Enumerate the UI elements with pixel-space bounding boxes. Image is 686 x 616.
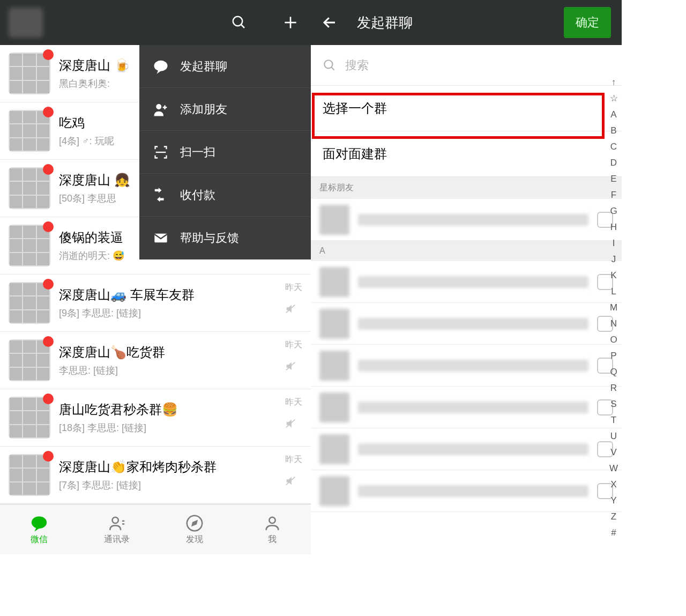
tab-compass[interactable]: 发现	[155, 504, 233, 554]
chat-timestamp: 昨天	[285, 339, 302, 351]
confirm-button[interactable]: 确定	[564, 7, 611, 38]
contact-row[interactable]	[311, 199, 622, 241]
face-to-face-group[interactable]: 面对面建群	[311, 131, 622, 177]
unread-badge	[43, 394, 54, 404]
svg-point-15	[112, 517, 118, 523]
index-letter[interactable]: J	[608, 252, 620, 267]
tab-contacts[interactable]: 通讯录	[78, 504, 155, 554]
contact-avatar	[319, 205, 349, 235]
index-letter[interactable]: Z	[608, 509, 620, 524]
index-letter[interactable]: O	[608, 332, 620, 347]
contact-row[interactable]	[311, 303, 622, 345]
unread-badge	[43, 107, 54, 117]
menu-start-group-chat[interactable]: 发起群聊	[139, 45, 311, 88]
svg-point-20	[269, 517, 275, 523]
contact-row[interactable]	[311, 345, 622, 387]
person-icon	[263, 514, 282, 533]
plus-icon[interactable]	[281, 13, 300, 32]
index-letter[interactable]: P	[608, 348, 620, 363]
chat-item[interactable]: 唐山吃货君秒杀群🍔 [18条] 李思思: [链接] 昨天	[0, 389, 311, 447]
chat-item[interactable]: 深度唐山👏家和烤肉秒杀群 [7条] 李思思: [链接] 昨天	[0, 447, 311, 504]
chat-preview: [7条] 李思思: [链接]	[59, 479, 302, 492]
index-letter[interactable]: U	[608, 429, 620, 444]
index-letter[interactable]: H	[608, 220, 620, 235]
search-icon	[323, 58, 337, 72]
tab-person[interactable]: 我	[233, 504, 311, 554]
payment-icon	[152, 187, 169, 204]
mail-icon	[152, 229, 169, 247]
main-header	[0, 0, 311, 45]
index-letter[interactable]: ↑	[608, 75, 620, 90]
index-letter[interactable]: N	[608, 316, 620, 331]
left-panel: 发起群聊 添加朋友 扫一扫 收付款	[0, 0, 311, 554]
index-letter[interactable]: S	[608, 397, 620, 412]
unread-badge	[43, 279, 54, 290]
menu-payment[interactable]: 收付款	[139, 174, 311, 217]
unread-badge	[43, 336, 54, 347]
index-letter[interactable]: X	[608, 477, 620, 492]
index-letter[interactable]: I	[608, 236, 620, 251]
index-letter[interactable]: #	[608, 525, 620, 540]
tab-chat[interactable]: 微信	[0, 504, 78, 554]
tab-label: 我	[268, 534, 277, 545]
contact-row[interactable]	[311, 387, 622, 428]
contact-name	[358, 318, 588, 330]
group-avatar	[9, 282, 50, 324]
index-letter[interactable]: F	[608, 188, 620, 203]
chat-item[interactable]: 深度唐山🚙 车展车友群 [9条] 李思思: [链接] 昨天	[0, 274, 311, 332]
index-letter[interactable]: T	[608, 413, 620, 428]
index-letter[interactable]: ☆	[608, 91, 620, 106]
contact-name	[358, 214, 588, 226]
contact-avatar	[319, 434, 349, 464]
chat-timestamp: 昨天	[285, 397, 302, 408]
select-existing-group[interactable]: 选择一个群	[311, 86, 622, 131]
chat-icon	[29, 514, 49, 533]
back-icon[interactable]	[322, 14, 341, 31]
mute-icon	[285, 418, 302, 429]
chat-timestamp: 昨天	[285, 282, 302, 293]
contact-row[interactable]	[311, 428, 622, 470]
menu-scan[interactable]: 扫一扫	[139, 131, 311, 174]
svg-line-23	[331, 67, 334, 70]
index-letter[interactable]: B	[608, 123, 620, 138]
chat-title: 深度唐山🍗吃货群	[59, 344, 302, 361]
contact-row[interactable]	[311, 470, 622, 512]
index-letter[interactable]: D	[608, 155, 620, 170]
search-bar[interactable]: 搜索	[311, 45, 622, 86]
index-letter[interactable]: K	[608, 268, 620, 283]
contact-name	[358, 485, 588, 497]
index-letter[interactable]: M	[608, 300, 620, 315]
index-letter[interactable]: Y	[608, 493, 620, 508]
bottom-tab-bar: 微信通讯录发现我	[0, 504, 311, 554]
menu-label: 帮助与反馈	[180, 230, 239, 246]
search-icon[interactable]	[229, 13, 249, 32]
tab-label: 发现	[186, 534, 203, 545]
chat-bubble-icon	[152, 58, 169, 75]
index-letter[interactable]: G	[608, 204, 620, 219]
group-avatar	[9, 53, 50, 94]
alpha-index-bar[interactable]: ↑☆ABCDEFGHIJKLMNOPQRSTUVWXYZ#	[608, 75, 620, 540]
menu-add-friend[interactable]: 添加朋友	[139, 88, 311, 131]
index-letter[interactable]: C	[608, 139, 620, 154]
index-letter[interactable]: E	[608, 172, 620, 187]
tab-label: 通讯录	[104, 534, 130, 545]
contact-avatar	[319, 267, 349, 297]
index-letter[interactable]: L	[608, 284, 620, 299]
contact-row[interactable]	[311, 261, 622, 303]
index-letter[interactable]: W	[608, 461, 620, 476]
index-letter[interactable]: R	[608, 381, 620, 396]
contact-avatar	[319, 351, 349, 381]
index-letter[interactable]: V	[608, 445, 620, 460]
group-avatar	[9, 225, 50, 266]
compass-icon	[185, 514, 204, 533]
chat-item[interactable]: 深度唐山🍗吃货群 李思思: [链接] 昨天	[0, 332, 311, 389]
menu-help-feedback[interactable]: 帮助与反馈	[139, 217, 311, 259]
contacts-icon	[107, 514, 126, 533]
user-avatar[interactable]	[9, 8, 43, 38]
svg-point-4	[154, 60, 168, 71]
chat-title: 唐山吃货君秒杀群🍔	[59, 401, 302, 418]
index-letter[interactable]: Q	[608, 365, 620, 380]
svg-point-14	[31, 516, 46, 529]
menu-label: 收付款	[180, 187, 215, 203]
index-letter[interactable]: A	[608, 107, 620, 122]
